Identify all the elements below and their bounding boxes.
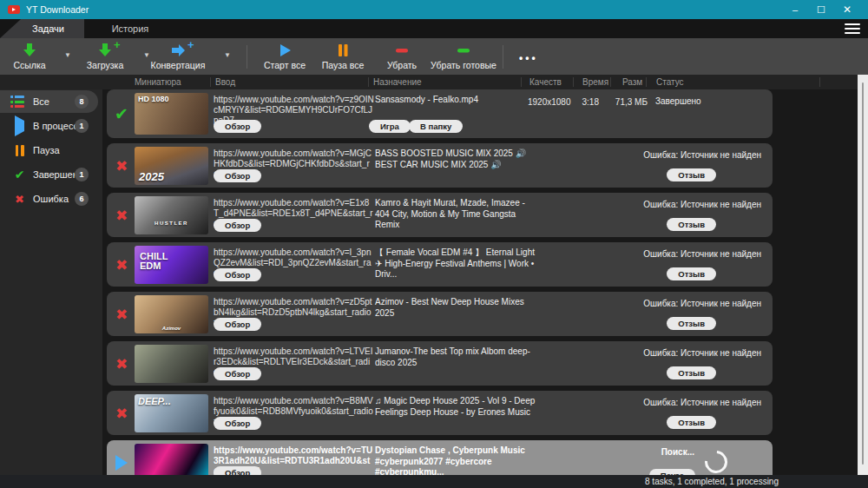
feedback-button[interactable]: Отзыв [667, 317, 716, 330]
sidebar-item-label: Ошибка [33, 194, 69, 204]
size-cell: 71,3 МБ [611, 97, 648, 107]
status-text: Ошибка: Источник не найден [643, 348, 761, 358]
browse-button[interactable]: Обзор [214, 318, 261, 331]
col-status: Статус [656, 77, 684, 87]
task-row[interactable]: ✔ ✖ 2025 https://www.youtube.com/watch?v… [107, 143, 773, 188]
status-text: Ошибка: Источник не найден [643, 398, 761, 407]
chevron-down-icon[interactable]: ▼ [64, 51, 71, 59]
link-download-icon [7, 43, 52, 57]
completed-check-icon: ✔ [112, 104, 131, 124]
task-row[interactable]: ✔ ✖ HUSTLER https://www.youtube.com/watc… [107, 193, 773, 237]
sidebar-item-completed[interactable]: ✔ Завершено 1 [0, 163, 102, 186]
col-time: Время [582, 77, 608, 87]
play-file-button[interactable]: Игра [369, 120, 411, 133]
thumbnail-label: HD 1080 [138, 96, 169, 103]
status-text: Ошибка: Источник не найден [643, 150, 761, 160]
add-link-label: Ссылка [7, 60, 52, 70]
remove-completed-button[interactable]: Убрать готовые [429, 43, 498, 70]
table-header: Миниатюра Ввод Назначение Качеств Время … [0, 75, 858, 89]
browse-button[interactable]: Обзор [214, 120, 261, 133]
feedback-button[interactable]: Отзыв [667, 416, 716, 429]
browse-button[interactable]: Обзор [214, 169, 261, 182]
app-window: YT Downloader – ☐ ✕ Задачи История Ссылк… [0, 0, 868, 488]
remove-label: Убрать [378, 60, 425, 70]
destination-title: BASS BOOSTED MUSIC MIX 2025 🔊 BEST CAR M… [375, 148, 536, 170]
feedback-button[interactable]: Отзыв [667, 168, 716, 181]
loading-spinner [700, 446, 733, 475]
error-x-icon: ✖ [112, 404, 131, 422]
task-row[interactable]: ✔ ✖ HD 1080 https://www.youtube.com/watc… [107, 89, 773, 138]
sidebar: Все 8 В процессе 1 Пауза ✔ Завершено 1 ✖… [0, 89, 102, 475]
pause-all-label: Пауза все [317, 60, 369, 70]
thumbnail-label: 2025 [139, 171, 164, 183]
app-icon [8, 5, 20, 14]
vertical-scrollbar[interactable] [858, 75, 868, 475]
remove-button[interactable]: Убрать [378, 43, 425, 70]
minimize-button[interactable]: – [782, 0, 808, 19]
feedback-button[interactable]: Отзыв [667, 366, 716, 379]
title-bar: YT Downloader – ☐ ✕ [0, 0, 868, 19]
destination-title: Azimov - Best New Deep House Mixes 2025 [375, 297, 536, 319]
tab-tasks[interactable]: Задачи [0, 19, 84, 38]
sidebar-item-paused[interactable]: Пауза [0, 139, 102, 162]
remove-done-minus-icon [429, 43, 498, 57]
start-all-button[interactable]: Старт все [259, 43, 311, 70]
start-all-label: Старт все [259, 60, 311, 70]
chevron-down-icon[interactable]: ▼ [224, 51, 231, 59]
maximize-button[interactable]: ☐ [808, 0, 834, 19]
feedback-button[interactable]: Отзыв [667, 218, 716, 231]
browse-button[interactable]: Обзор [214, 268, 261, 281]
sidebar-item-in-progress[interactable]: В процессе 1 [0, 115, 102, 137]
task-row[interactable]: ✔ ✖ https://www.youtube.com/watch?v=TU3R… [107, 440, 773, 475]
scrollbar-thumb[interactable] [862, 82, 864, 465]
thumbnail-label: Azimov [162, 326, 181, 331]
video-thumbnail: Azimov [135, 295, 208, 333]
toolbar-separator [247, 45, 247, 69]
browse-button[interactable]: Обзор [214, 219, 261, 232]
toolbar: Ссылка ▼ + Загрузка ▼ + Конвертация ▼ Ст… [0, 38, 868, 75]
close-button[interactable]: ✕ [834, 0, 860, 19]
sidebar-item-error[interactable]: ✖ Ошибка 6 [0, 188, 102, 210]
browse-button[interactable]: Обзор [214, 417, 261, 430]
download-button[interactable]: + Загрузка [82, 43, 128, 70]
remove-minus-icon [378, 43, 425, 57]
col-size: Разм [622, 77, 642, 87]
pause-icon [317, 43, 369, 57]
add-link-button[interactable]: Ссылка [7, 43, 52, 70]
task-row[interactable]: ✔ ✖ Azimov https://www.youtube.com/watch… [107, 292, 773, 336]
sidebar-item-all[interactable]: Все 8 [0, 90, 98, 113]
browse-button[interactable]: Обзор [214, 367, 261, 380]
menu-icon[interactable] [845, 23, 860, 35]
col-thumbnail: Миниатюра [135, 77, 181, 87]
count-badge: 1 [75, 119, 89, 133]
play-icon [10, 121, 29, 131]
task-row[interactable]: ✔ ✖ DEEP... https://www.youtube.com/watc… [107, 391, 773, 435]
video-thumbnail [135, 345, 208, 383]
pause-task-button[interactable]: Пауза [649, 469, 695, 475]
open-folder-button[interactable]: В папку [409, 120, 463, 133]
feedback-button[interactable]: Отзыв [667, 267, 716, 280]
browse-button[interactable]: Обзор [214, 466, 261, 475]
all-tasks-icon [10, 94, 29, 110]
more-options-button[interactable]: ••• [519, 52, 538, 64]
thumbnail-label: DEEP... [138, 397, 171, 407]
remove-completed-label: Убрать готовые [429, 60, 498, 70]
video-thumbnail [135, 444, 208, 476]
tab-bar: Задачи История [0, 19, 868, 38]
processing-play-icon [115, 455, 128, 471]
task-row[interactable]: ✔ ✖ https://www.youtube.com/watch?v=LTVE… [107, 341, 773, 386]
convert-label: Конвертация [149, 60, 207, 70]
pause-icon [10, 145, 29, 156]
download-plus-icon: + [82, 43, 128, 57]
destination-title: Jumanov-The best Top mix Albom deep-disc… [375, 346, 536, 368]
pause-all-button[interactable]: Пауза все [317, 43, 369, 70]
video-thumbnail: HUSTLER [135, 196, 208, 234]
error-icon: ✖ [10, 193, 29, 206]
col-destination: Назначение [373, 77, 422, 87]
task-row[interactable]: ✔ ✖ CHILL EDM https://www.youtube.com/wa… [107, 242, 773, 287]
status-text: Завершено [655, 96, 701, 106]
tab-history[interactable]: История [91, 19, 169, 38]
convert-button[interactable]: + Конвертация [149, 43, 207, 70]
video-thumbnail: HD 1080 [135, 93, 208, 135]
quality-cell: 1920x1080 [528, 97, 571, 107]
